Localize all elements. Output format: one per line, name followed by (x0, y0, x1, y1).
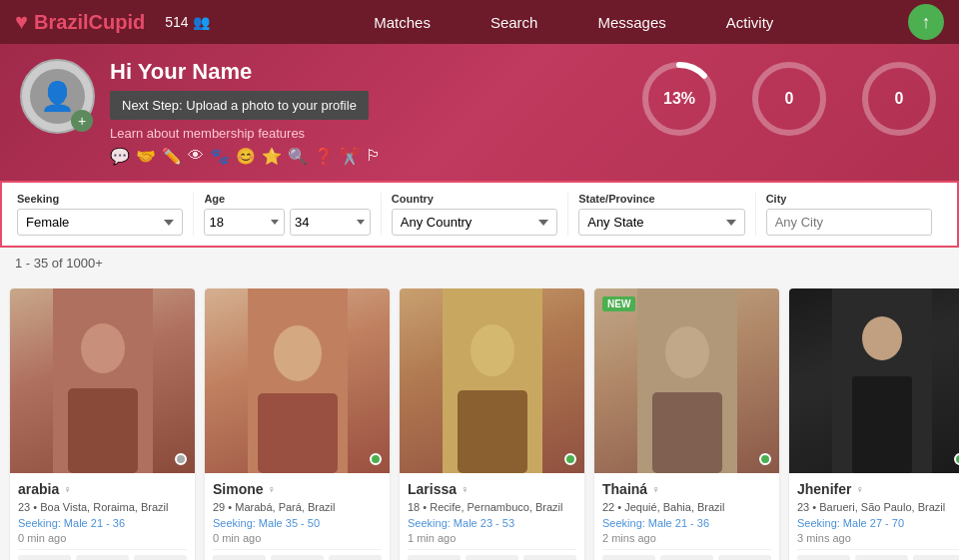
card-time-4: 2 mins ago (602, 532, 771, 544)
nav-activity[interactable]: Activity (726, 14, 774, 31)
svg-rect-8 (68, 388, 138, 473)
camera-btn-4[interactable]: 📷 (718, 555, 771, 560)
card-photo-3 (400, 288, 584, 473)
favorite-btn-5[interactable]: ❤ (855, 555, 908, 560)
card-name-3: Larissa ♀ (408, 481, 576, 497)
card-image-2[interactable] (205, 288, 390, 473)
profile-card: arabia ♀ 23 • Boa Vista, Roraima, Brazil… (10, 288, 195, 560)
svg-point-10 (274, 325, 322, 381)
profile-info: Hi Your Name Next Step: Upload a photo t… (110, 59, 624, 166)
gender-icon-5: ♀ (855, 483, 863, 495)
favorite-btn-3[interactable]: ❤ (466, 555, 518, 560)
avatar[interactable]: 👤 + (20, 59, 95, 134)
card-info-3: Larissa ♀ 18 • Recife, Pernambuco, Brazi… (400, 473, 584, 560)
card-image-5[interactable] (789, 288, 959, 473)
face-icon: 😊 (236, 147, 256, 166)
scissors-icon: ✂️ (340, 147, 360, 166)
online-indicator-4 (759, 453, 771, 465)
upload-button[interactable]: ↑ (908, 4, 944, 40)
card-seeking-5: Seeking: Male 27 - 70 (797, 517, 959, 529)
age-max-select[interactable]: 343540 (290, 209, 371, 236)
camera-btn-3[interactable]: 📷 (523, 555, 576, 560)
card-location-5: 23 • Barueri, São Paulo, Brazil (797, 500, 959, 514)
profile-card: Jhenifer ♀ 23 • Barueri, São Paulo, Braz… (789, 288, 959, 560)
chat-btn-2[interactable]: 💬 (213, 555, 266, 560)
online-indicator-3 (564, 453, 576, 465)
search-icon-sm: 🔍 (288, 147, 308, 166)
city-input[interactable] (766, 209, 932, 236)
nav-messages[interactable]: Messages (597, 14, 665, 31)
seeking-select[interactable]: Female Male (17, 209, 183, 236)
main-header: ♥ BrazilCupid 514 👥 Matches Search Messa… (0, 0, 959, 44)
card-image-1[interactable] (10, 288, 195, 473)
card-name-2: Simone ♀ (213, 481, 382, 497)
svg-point-16 (665, 326, 709, 378)
completion-percent: 13% (663, 90, 695, 108)
card-actions-5: 💬 ❤ 📷 (797, 549, 959, 560)
filter-country: Country Any Country Brazil (382, 193, 568, 236)
card-actions-3: 💬 ❤ 📷 (408, 549, 576, 560)
age-min-select[interactable]: 181920 (204, 209, 285, 236)
camera-btn-1[interactable]: 📷 (134, 555, 187, 560)
chat-btn-5[interactable]: 💬 (797, 555, 850, 560)
membership-link[interactable]: Learn about membership features (110, 126, 624, 141)
cards-container: arabia ♀ 23 • Boa Vista, Roraima, Brazil… (0, 279, 959, 560)
matches-count: 0 (785, 90, 794, 108)
people-icon: 👥 (193, 14, 210, 30)
card-name-5: Jhenifer ♀ (797, 481, 959, 497)
nav-matches[interactable]: Matches (374, 14, 431, 31)
chat-btn-3[interactable]: 💬 (408, 555, 461, 560)
card-image-3[interactable] (400, 288, 584, 473)
pencil-icon: ✏️ (162, 147, 182, 166)
card-info-2: Simone ♀ 29 • Marabá, Pará, Brazil Seeki… (205, 473, 390, 560)
online-indicator-5 (954, 453, 959, 465)
favorite-btn-1[interactable]: ❤ (76, 555, 129, 560)
heart-icon: ♥ (15, 9, 28, 35)
card-location-1: 23 • Boa Vista, Roraima, Brazil (18, 500, 187, 514)
card-actions-1: 💬 ❤ 📷 (18, 549, 187, 560)
svg-point-19 (862, 316, 902, 360)
filter-city: City (756, 193, 942, 236)
profile-banner: 👤 + Hi Your Name Next Step: Upload a pho… (0, 44, 959, 181)
logo[interactable]: ♥ BrazilCupid (15, 9, 145, 35)
camera-btn-2[interactable]: 📷 (329, 555, 382, 560)
city-label: City (766, 193, 932, 205)
gender-icon-2: ♀ (268, 483, 276, 495)
card-location-2: 29 • Marabá, Pará, Brazil (213, 500, 382, 514)
card-photo-1 (10, 288, 195, 473)
filter-seeking: Seeking Female Male (17, 193, 194, 236)
gender-icon-4: ♀ (651, 483, 659, 495)
country-select[interactable]: Any Country Brazil (392, 209, 557, 236)
nav-search[interactable]: Search (490, 14, 538, 31)
svg-rect-14 (458, 390, 527, 473)
icon-bar: 💬 🤝 ✏️ 👁 🐾 😊 ⭐ 🔍 ❓ ✂️ 🏳 (110, 147, 624, 166)
logo-text: BrazilCupid (34, 11, 145, 34)
notification-count[interactable]: 514 👥 (165, 14, 209, 30)
card-name-1: arabia ♀ (18, 481, 187, 497)
card-photo-2 (205, 288, 390, 473)
greeting-text: Hi Your Name (110, 59, 624, 85)
eye-icon: 👁 (188, 147, 204, 166)
state-select[interactable]: Any State (578, 209, 744, 236)
offline-indicator-1 (175, 453, 187, 465)
favorite-btn-2[interactable]: ❤ (271, 555, 324, 560)
card-time-2: 0 min ago (213, 532, 382, 544)
hand-icon: 🤝 (136, 147, 156, 166)
chat-btn-4[interactable]: 💬 (602, 555, 655, 560)
camera-btn-5[interactable]: 📷 (913, 555, 959, 560)
card-seeking-2: Seeking: Male 35 - 50 (213, 517, 382, 529)
card-photo-4 (594, 288, 779, 473)
card-image-4[interactable]: NEW (594, 288, 779, 473)
card-seeking-4: Seeking: Male 21 - 36 (602, 517, 771, 529)
next-step-button[interactable]: Next Step: Upload a photo to your profil… (110, 91, 369, 120)
results-header: 1 - 35 of 1000+ (0, 248, 959, 279)
favorite-btn-4[interactable]: ❤ (660, 555, 713, 560)
notification-number: 514 (165, 14, 188, 30)
card-actions-4: 💬 ❤ 📷 (602, 549, 771, 560)
card-actions-2: 💬 ❤ 📷 (213, 549, 382, 560)
chat-btn-1[interactable]: 💬 (18, 555, 71, 560)
paw-icon: 🐾 (210, 147, 230, 166)
card-time-1: 0 min ago (18, 532, 187, 544)
filter-state: State/Province Any State (568, 193, 755, 236)
age-range: 181920 343540 (204, 209, 370, 236)
